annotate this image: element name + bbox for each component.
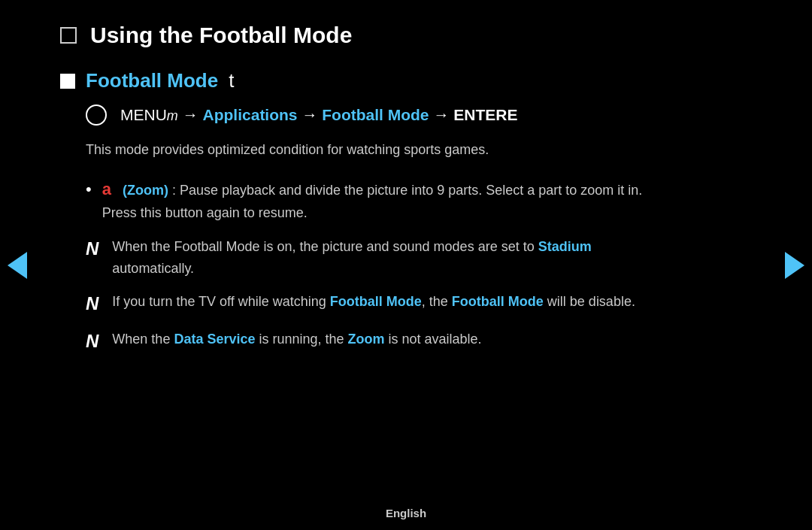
n-label-3: N [86, 329, 98, 354]
note-item-2: N If you turn the TV off while watching … [86, 291, 677, 316]
section-title-suffix: t [229, 69, 234, 92]
menu-arrow3: → [433, 106, 453, 123]
menu-prefix: MENU [120, 106, 167, 123]
bullet-zoom-text: : Pause playback and divide the picture … [102, 183, 643, 220]
note-item-3: N When the Data Service is running, the … [86, 329, 677, 354]
main-content: Using the Football Mode Football Mode t … [0, 0, 737, 396]
bullet-text: a (Zoom) : Pause playback and divide the… [102, 176, 677, 224]
n-label-1: N [86, 236, 98, 262]
nav-arrow-left[interactable] [8, 252, 27, 279]
section-square-icon [60, 74, 75, 89]
bullet-dot-icon: • [86, 177, 92, 201]
title-checkbox [60, 27, 77, 44]
section-description: This mode provides optimized condition f… [86, 139, 677, 161]
note-item-1: N When the Football Mode is on, the pict… [86, 236, 677, 280]
footer-language: English [386, 507, 426, 519]
stadium-link: Stadium [538, 239, 592, 254]
menu-arrow2: → [301, 106, 322, 123]
n-text-3: When the Data Service is running, the Zo… [112, 329, 481, 350]
n-label-2: N [86, 291, 98, 316]
bullet-list: • a (Zoom) : Pause playback and divide t… [86, 176, 677, 224]
bullet-a-label: a [102, 180, 111, 198]
menu-applications: Applications [203, 106, 298, 123]
n-text-1: When the Football Mode is on, the pictur… [112, 236, 677, 280]
data-service-link: Data Service [174, 332, 255, 347]
menu-circle-icon [86, 104, 107, 126]
nav-arrow-right[interactable] [785, 252, 804, 279]
zoom-link-2: Zoom [348, 332, 385, 347]
page-title: Using the Football Mode [90, 23, 352, 48]
section-title: Football Mode [86, 69, 218, 92]
football-mode-link-2: Football Mode [452, 294, 544, 309]
menu-text: MENUm → Applications → Football Mode → E… [120, 106, 517, 124]
menu-line: MENUm → Applications → Football Mode → E… [86, 104, 677, 126]
page-title-section: Using the Football Mode [60, 23, 677, 48]
menu-entere: ENTERE [453, 106, 517, 123]
menu-arrow1: → [183, 106, 203, 123]
zoom-link: (Zoom) [123, 183, 168, 198]
n-text-2: If you turn the TV off while watching Fo… [112, 291, 635, 313]
menu-m: m [167, 108, 178, 123]
section-heading: Football Mode t [60, 69, 677, 92]
bullet-item-zoom: • a (Zoom) : Pause playback and divide t… [86, 176, 677, 224]
menu-football-mode: Football Mode [322, 106, 429, 123]
football-mode-link-1: Football Mode [330, 294, 422, 309]
